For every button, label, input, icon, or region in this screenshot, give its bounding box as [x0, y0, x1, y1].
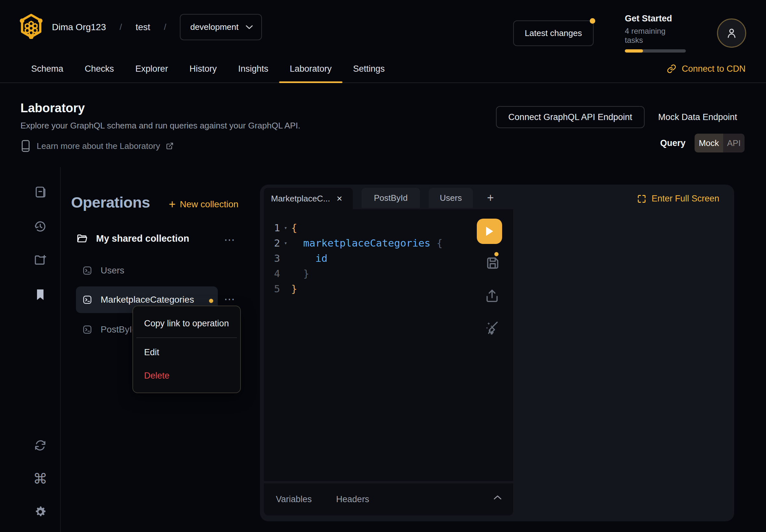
chevron-up-icon[interactable]: [493, 494, 503, 501]
menu-item-edit[interactable]: Edit: [144, 347, 159, 357]
editor-tab-marketplace[interactable]: MarketplaceC... ×: [264, 188, 353, 209]
docs-icon[interactable]: [34, 186, 47, 199]
collection-header[interactable]: My shared collection: [77, 233, 189, 244]
operation-item-label: MarketplaceCategories: [101, 295, 194, 305]
user-avatar[interactable]: [717, 18, 746, 48]
operation-overflow-menu[interactable]: ⋯: [224, 294, 236, 305]
editor-tab-users[interactable]: Users: [429, 188, 473, 208]
query-editor[interactable]: 1 ▾ { 2 ▾ marketplaceCategories { 3 id: [264, 209, 513, 481]
get-started-widget[interactable]: Get Started 4 remaining tasks: [625, 14, 686, 53]
external-link-icon: [166, 142, 174, 150]
breadcrumb-org[interactable]: Dima Org123: [52, 22, 106, 32]
get-started-progress-fill: [625, 49, 643, 53]
connect-to-cdn-link[interactable]: Connect to CDN: [667, 55, 746, 82]
connect-endpoint-label: Connect GraphQL API Endpoint: [508, 112, 632, 122]
tab-label: History: [189, 64, 217, 74]
enter-fullscreen-button[interactable]: Enter Full Screen: [637, 194, 719, 204]
line-number[interactable]: 3: [264, 252, 280, 264]
line-number[interactable]: 1: [264, 222, 280, 234]
query-label: Query: [660, 138, 686, 148]
collection-overflow-menu[interactable]: ⋯: [224, 234, 236, 245]
query-mode-row: Query Mock API: [660, 134, 745, 152]
operation-item-users[interactable]: Users: [82, 265, 124, 276]
new-folder-icon[interactable]: [34, 253, 47, 266]
code-token: {: [437, 237, 443, 249]
new-tab-button[interactable]: +: [481, 188, 500, 208]
fold-icon[interactable]: ▾: [280, 240, 291, 246]
gear-icon[interactable]: [34, 505, 47, 518]
tab-explorer[interactable]: Explorer: [125, 55, 179, 82]
page-title: Laboratory: [20, 101, 85, 115]
tab-insights[interactable]: Insights: [227, 55, 279, 82]
page-description: Explore your GraphQL schema and run quer…: [20, 121, 300, 131]
tab-checks[interactable]: Checks: [74, 55, 125, 82]
mock-data-endpoint-button[interactable]: Mock Data Endpoint: [658, 112, 737, 122]
terminal-icon: [82, 295, 92, 305]
get-started-title: Get Started: [625, 14, 686, 24]
unsaved-dot: [494, 252, 499, 256]
query-mode-toggle[interactable]: Mock API: [695, 134, 745, 152]
notification-dot: [590, 18, 595, 24]
connect-graphql-endpoint-button[interactable]: Connect GraphQL API Endpoint: [496, 106, 645, 128]
prettify-icon[interactable]: [484, 319, 500, 335]
latest-changes-button[interactable]: Latest changes: [513, 20, 594, 46]
query-code: 1 ▾ { 2 ▾ marketplaceCategories { 3 id: [264, 209, 513, 296]
breadcrumb-project[interactable]: test: [136, 22, 150, 32]
save-operation-button[interactable]: [485, 256, 500, 271]
tab-schema[interactable]: Schema: [20, 55, 74, 82]
tab-settings[interactable]: Settings: [342, 55, 396, 82]
menu-item-copy-link[interactable]: Copy link to operation: [144, 319, 229, 329]
history-icon[interactable]: [34, 220, 47, 233]
breadcrumb-separator: /: [120, 22, 122, 32]
get-started-progress-bar: [625, 49, 686, 53]
learn-more-link[interactable]: Learn more about the Laboratory: [20, 139, 174, 152]
person-icon: [725, 27, 738, 40]
environment-selector-value: development: [190, 22, 238, 32]
operation-item-post-by-id[interactable]: PostById: [82, 324, 137, 335]
new-collection-button[interactable]: + New collection: [169, 199, 238, 210]
close-icon[interactable]: ×: [336, 194, 342, 203]
query-mode-mock[interactable]: Mock: [695, 134, 723, 152]
new-collection-label: New collection: [180, 199, 238, 210]
line-number[interactable]: 4: [264, 268, 280, 279]
rail-divider: [60, 167, 61, 532]
line-number[interactable]: 2: [264, 237, 280, 249]
variables-tab[interactable]: Variables: [276, 494, 312, 504]
hive-logo[interactable]: [19, 13, 43, 39]
folder-open-icon: [77, 233, 88, 244]
endpoint-actions: Connect GraphQL API Endpoint Mock Data E…: [496, 106, 737, 128]
connect-to-cdn-label: Connect to CDN: [682, 64, 746, 74]
collection-name: My shared collection: [96, 233, 189, 244]
book-icon: [20, 139, 31, 152]
refresh-icon[interactable]: [34, 439, 47, 452]
command-icon[interactable]: ⌘: [34, 472, 47, 485]
bookmark-icon[interactable]: [34, 288, 47, 301]
tab-label: Checks: [85, 64, 114, 74]
code-line: 2 ▾ marketplaceCategories {: [264, 235, 513, 250]
operation-item-label: Users: [101, 265, 124, 276]
headers-tab[interactable]: Headers: [336, 494, 369, 504]
code-line: 3 id: [264, 250, 513, 266]
menu-divider: [136, 337, 237, 338]
line-number[interactable]: 5: [264, 283, 280, 295]
get-started-subtitle: 4 remaining tasks: [625, 27, 686, 45]
fold-icon[interactable]: ▾: [280, 224, 291, 231]
code-token: {: [291, 222, 297, 234]
breadcrumb: Dima Org123 / test / development: [52, 15, 262, 40]
editor-tab-postbyid[interactable]: PostById: [361, 188, 420, 208]
code-token: id: [291, 252, 327, 264]
tab-label: Schema: [31, 64, 63, 74]
run-query-button[interactable]: [477, 219, 502, 244]
operation-item-label: PostById: [101, 324, 137, 335]
share-operation-button[interactable]: [485, 288, 500, 303]
tab-history[interactable]: History: [179, 55, 227, 82]
menu-item-delete[interactable]: Delete: [144, 371, 169, 381]
code-token: }: [291, 283, 297, 295]
hive-laboratory-page: Dima Org123 / test / development Latest …: [0, 0, 766, 532]
editor-bottom-bar: Variables Headers: [264, 483, 513, 515]
query-mode-api[interactable]: API: [723, 134, 745, 152]
tab-laboratory[interactable]: Laboratory: [279, 55, 342, 82]
environment-selector[interactable]: development: [180, 14, 262, 40]
fullscreen-icon: [637, 194, 646, 203]
operation-context-menu: Copy link to operation Edit Delete: [132, 306, 241, 393]
